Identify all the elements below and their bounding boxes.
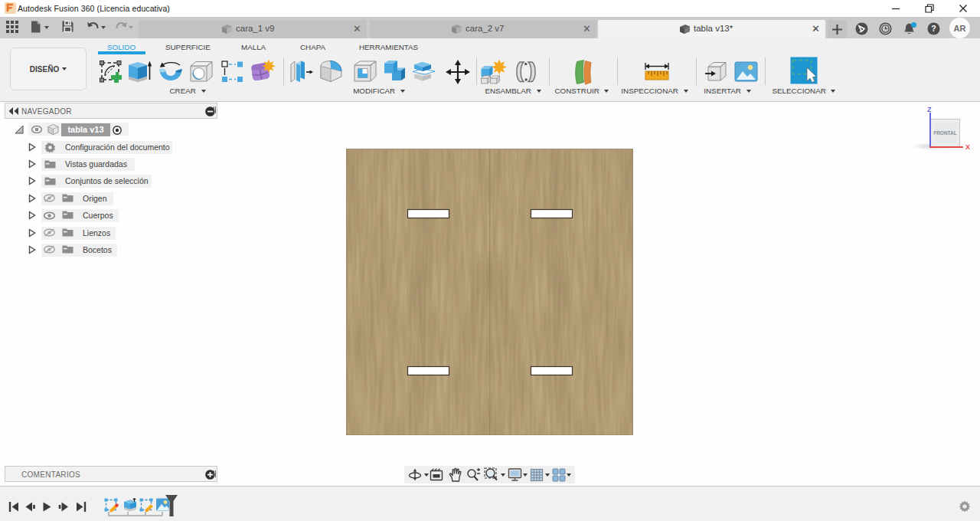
svg-text:?: ? bbox=[931, 24, 936, 33]
